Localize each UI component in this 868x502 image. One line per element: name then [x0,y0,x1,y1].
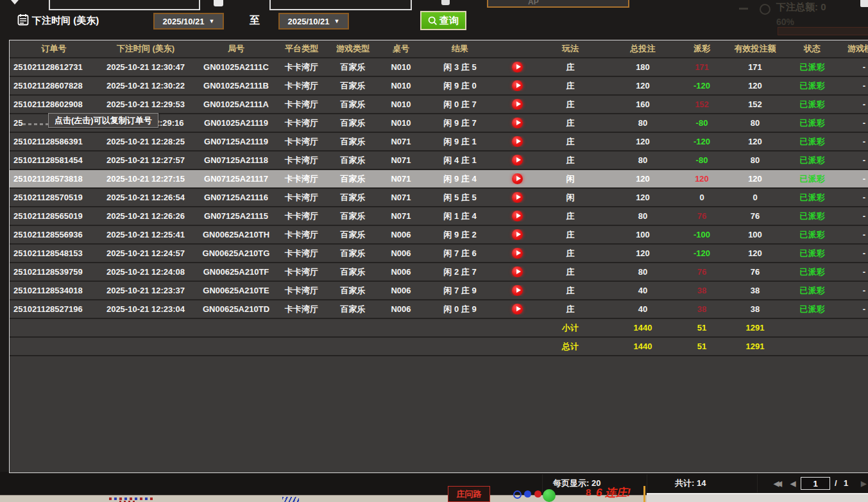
table-row[interactable]: 2510211285397592025-10-21 12:24:08GN0062… [10,263,868,282]
roadmap-dots [282,497,299,502]
cell-mode: - [835,137,868,146]
table-row[interactable]: 2510211286078282025-10-21 12:30:22GN0102… [10,77,868,96]
cell-replay[interactable] [496,304,538,315]
cell-replay[interactable] [496,155,538,166]
table-row[interactable]: 2510211285650192025-10-21 12:26:26GN0712… [10,207,868,226]
cell-payout: 0 [683,193,720,202]
cell-status: 已派彩 [790,285,835,297]
table-row[interactable]: 2510211286029082025-10-21 12:29:53GN0102… [10,96,868,114]
replay-button[interactable] [512,211,523,221]
cell-mode: - [835,286,868,295]
cell-order[interactable]: 251021128527196 [10,304,94,314]
partial-dropdown[interactable]: AP [487,0,629,8]
date-to-select[interactable]: 2025/10/21 ▼ [278,13,349,30]
cell-result: 闲 0 庄 9 [424,304,496,315]
next-page-button[interactable]: ▶ [861,472,866,495]
replay-button[interactable] [512,117,523,128]
cell-replay[interactable] [496,80,538,91]
cell-total-bet: 80 [602,155,683,165]
cell-order[interactable]: 251021128586391 [10,137,94,146]
cell-replay[interactable] [496,248,538,259]
cell-order[interactable]: 251021128570519 [10,193,94,202]
cell-play: 庄 [538,99,602,110]
cell-game-type: 百家乐 [328,304,378,315]
cell-mode: - [835,230,868,239]
replay-button[interactable] [512,285,523,296]
subtotal-row: 小计1440511291 [10,319,868,338]
header-table-no: 桌号 [378,43,424,55]
table-row[interactable]: 2510211285271962025-10-21 12:23:04GN0062… [10,300,868,319]
cell-order[interactable]: 251021128548153 [10,248,94,258]
table-row[interactable]: 2510211285340182025-10-21 12:23:37GN0062… [10,282,868,300]
cell-order[interactable]: 251021128565019 [10,211,94,221]
faint-percent-text: 60% [776,17,794,27]
replay-button[interactable] [512,266,523,277]
replay-button[interactable] [512,136,523,147]
cell-replay[interactable] [496,192,538,203]
date-to-value: 2025/10/21 [288,17,330,26]
cell-valid-bet: 0 [720,193,790,202]
replay-button[interactable] [512,99,523,110]
cell-valid-bet: 76 [720,211,790,221]
cell-valid-bet: 100 [720,230,790,239]
cell-replay[interactable] [496,99,538,110]
subtotal-row-total-bet: 1440 [602,323,683,333]
cell-order[interactable]: 251021128602908 [10,100,94,109]
cell-game-type: 百家乐 [328,248,378,259]
subtotal-row-payout: 51 [683,323,720,333]
cell-order[interactable]: 251021128573818 [10,174,94,184]
roadmap-dots [109,498,154,500]
replay-button[interactable] [512,155,523,166]
replay-button[interactable] [512,173,523,184]
replay-button[interactable] [512,304,523,315]
cell-replay[interactable] [496,266,538,277]
cell-valid-bet: 38 [720,286,790,295]
cell-total-bet: 80 [602,267,683,277]
prev-page-button[interactable]: ◀ [790,472,796,495]
cell-replay[interactable] [496,136,538,147]
date-from-value: 2025/10/21 [163,17,205,26]
cell-result: 闲 7 庄 6 [424,248,496,259]
cell-order[interactable]: 251021128534018 [10,286,94,295]
cell-order[interactable]: 251021128607828 [10,81,94,91]
first-page-button[interactable]: ◀◀ [774,472,779,495]
replay-button[interactable] [512,80,523,91]
cell-round: GN07125A21116 [197,193,275,202]
cell-time: 2025-10-21 12:25:41 [94,230,197,239]
cell-time: 2025-10-21 12:26:54 [94,193,197,202]
cell-play: 庄 [538,304,602,315]
cell-order[interactable]: 251021128612731 [10,62,94,72]
replay-button[interactable] [512,229,523,240]
replay-button[interactable] [512,192,523,203]
cell-order[interactable]: 251021128556936 [10,230,94,239]
cell-valid-bet: 120 [720,248,790,258]
table-row[interactable]: 2510211285481532025-10-21 12:24:57GN0062… [10,245,868,263]
partial-text-input-1[interactable] [49,0,200,10]
cell-order[interactable]: 251021128581454 [10,155,94,165]
cell-replay[interactable] [496,229,538,240]
cell-time: 2025-10-21 12:24:57 [94,248,197,258]
replay-button[interactable] [512,248,523,259]
cell-valid-bet: 80 [720,118,790,128]
table-row[interactable]: 2510211285738182025-10-21 12:27:15GN0712… [10,170,868,189]
cell-total-bet: 80 [602,211,683,221]
date-from-select[interactable]: 2025/10/21 ▼ [153,13,224,30]
cell-order[interactable]: 251021128539759 [10,267,94,277]
cell-result: 闲 4 庄 1 [424,155,496,166]
cell-replay[interactable] [496,62,538,73]
query-button[interactable]: 查询 [420,11,466,30]
cell-replay[interactable] [496,211,538,221]
table-row[interactable]: 2510211285814542025-10-21 12:27:57GN0712… [10,151,868,170]
table-row[interactable]: 2510211285569362025-10-21 12:25:41GN0062… [10,226,868,245]
page-number-input[interactable]: 1 [801,477,830,490]
table-row[interactable]: 2510211286127312025-10-21 12:30:47GN0102… [10,58,868,77]
table-row[interactable]: 2510211285705192025-10-21 12:26:54GN0712… [10,189,868,207]
cell-platform: 卡卡湾厅 [275,62,328,73]
cell-replay[interactable] [496,117,538,128]
partial-text-input-2[interactable] [269,0,412,10]
table-row[interactable]: 2510211285863912025-10-21 12:28:25GN0712… [10,133,868,151]
cell-replay[interactable] [496,173,538,184]
cell-replay[interactable] [496,285,538,296]
replay-button[interactable] [512,62,523,73]
cell-platform: 卡卡湾厅 [275,248,328,259]
